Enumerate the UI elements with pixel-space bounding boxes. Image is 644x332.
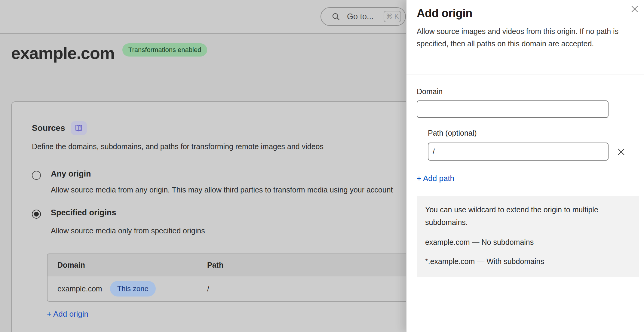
- radio-any-origin-description: Allow source media from any origin. This…: [51, 186, 393, 194]
- origin-domain-value: example.com: [57, 284, 102, 293]
- column-header-domain: Domain: [48, 261, 207, 269]
- page-header: example.com Transformations enabled: [11, 43, 207, 63]
- close-icon[interactable]: [630, 5, 639, 14]
- drawer-description: Allow source images and videos from this…: [417, 25, 619, 50]
- app-screen: Go to... ⌘ K example.com Transformations…: [0, 0, 644, 332]
- this-zone-badge: This zone: [110, 281, 156, 297]
- hint-no-subdomains: example.com — No subdomains: [425, 236, 631, 248]
- radio-specified-origins-description: Allow source media only from specified o…: [51, 226, 205, 235]
- path-field[interactable]: [428, 143, 609, 161]
- docs-link-chip[interactable]: [71, 121, 87, 135]
- sources-heading: Sources: [32, 123, 65, 133]
- search-placeholder: Go to...: [347, 12, 374, 21]
- drawer-divider: [406, 75, 644, 75]
- radio-specified-origins-label[interactable]: Specified origins: [51, 208, 116, 217]
- radio-any-origin[interactable]: [32, 171, 41, 180]
- hint-with-subdomains: *.example.com — With subdomains: [425, 255, 631, 268]
- path-field-label: Path (optional): [428, 129, 477, 137]
- wildcard-hint-box: You can use wildcard to extend the origi…: [417, 196, 639, 277]
- domain-field[interactable]: [417, 100, 609, 118]
- radio-any-origin-label[interactable]: Any origin: [51, 169, 91, 179]
- open-book-icon: [74, 124, 83, 133]
- page-title: example.com: [11, 43, 115, 63]
- add-origin-drawer: Add origin Allow source images and video…: [406, 0, 644, 332]
- remove-path-icon[interactable]: [617, 148, 625, 156]
- hint-wildcard-text: You can use wildcard to extend the origi…: [425, 203, 625, 229]
- status-badge: Transformations enabled: [122, 43, 207, 57]
- drawer-title: Add origin: [417, 6, 472, 20]
- add-path-link[interactable]: + Add path: [417, 174, 454, 183]
- add-origin-link[interactable]: + Add origin: [47, 309, 88, 319]
- search-input[interactable]: Go to... ⌘ K: [320, 7, 406, 26]
- keyboard-shortcut-badge: ⌘ K: [384, 11, 401, 22]
- sources-description: Define the domains, subdomains, and path…: [32, 142, 324, 151]
- radio-specified-origins[interactable]: [32, 210, 41, 219]
- search-icon: [331, 12, 340, 21]
- domain-field-label: Domain: [417, 87, 443, 96]
